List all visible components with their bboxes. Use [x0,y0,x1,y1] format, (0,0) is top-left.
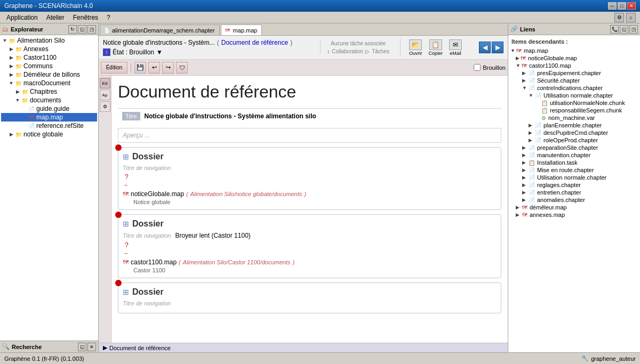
dossier-nav-value-2[interactable]: Broyeur lent (Castor 1100) [175,232,250,239]
rtree-item-contreIndications[interactable]: ▼ 📄 contreIndications.chapter [509,84,639,92]
menu-icon-settings[interactable]: ⚙ [614,13,624,22]
rtree-item-manutention[interactable]: ▶ 📄 manutention.chapter [509,151,639,159]
rtree-toggle-utilisationNormale[interactable]: ▼ [529,93,534,98]
tool-shield[interactable]: 🛡 [176,62,188,74]
tool-undo[interactable]: ↩ [148,62,160,74]
rtree-toggle-presEquipement[interactable]: ▶ [522,70,527,76]
rtree-toggle-installation[interactable]: ▶ [522,160,527,165]
rtree-toggle-preparationSite[interactable]: ▶ [522,145,527,150]
rtree-item-installation[interactable]: ▶ 📋 Installation.task [509,159,639,166]
restore-button[interactable]: □ [618,2,626,10]
taches-label[interactable]: Tâches [372,48,389,54]
rtree-toggle-anomalies[interactable]: ▶ [522,197,527,203]
rtree-toggle-demuleurMap[interactable]: ▶ [516,205,521,210]
menu-icon-home[interactable]: ⌂ [626,13,636,22]
toggle-castor1100[interactable]: ▶ [9,55,14,60]
liens-icon1[interactable]: 📞 [610,25,619,34]
rtree-item-utilisationNormale[interactable]: ▼ 📄 Utilisation normale.chapter [509,92,639,99]
toggle-annexes[interactable]: ▶ [9,46,14,52]
dossier-ref-name-2[interactable]: castor1100.map [131,258,177,266]
brouillon-checkbox[interactable] [474,64,481,71]
rtree-item-utilisationNormale2[interactable]: ▶ 📄 Utilisation normale.chapter [509,174,639,181]
title-value[interactable]: Notice globale d'instructions - Système … [145,112,316,120]
minimize-button[interactable]: ─ [608,2,617,10]
tree-item-chapitres[interactable]: ▶ 📁 Chapitres [1,87,97,96]
tree-item-documents[interactable]: ▼ 📁 documents [1,96,97,104]
tool-redo[interactable]: ↪ [162,62,174,74]
tree-item-demuleur[interactable]: ▶ 📁 Démêleur de billons [1,70,97,79]
explorer-icon2[interactable]: ◳ [87,25,96,34]
rtree-toggle-annexesMap[interactable]: ▶ [516,212,521,217]
menu-atelier[interactable]: Atelier [42,13,69,22]
tree-item-annexes[interactable]: ▶ 📁 Annexes [1,45,97,53]
toggle-documents[interactable]: ▼ [15,98,20,103]
rtree-toggle-securite[interactable]: ▶ [522,78,527,83]
rtree-toggle-castor1100Map[interactable]: ▼ [516,63,521,68]
menu-application[interactable]: Application [2,13,42,22]
search-icon2[interactable]: ✕ [87,343,96,351]
menu-help[interactable]: ? [102,13,115,22]
tab-map[interactable]: 🗺 map.map [221,25,262,35]
toggle-noticeGlobale[interactable]: ▶ [9,132,14,137]
rtree-toggle-miseEnRoute[interactable]: ▶ [522,167,527,173]
side-btn-edition[interactable]: Ed [100,78,110,88]
rtree-item-securite[interactable]: ▶ 📄 Sécurité.chapter [509,77,639,84]
rtree-item-descPupitreCmd[interactable]: ▶ 📄 descPupitreCmd.chapter [509,129,639,136]
rtree-item-presEquipement[interactable]: ▶ 📄 presEquipement.chapter [509,69,639,77]
explorer-icon1[interactable]: ◱ [78,25,86,34]
rtree-toggle-reglages[interactable]: ▶ [522,182,527,188]
rtree-toggle-descPupitreCmd[interactable]: ▶ [529,130,534,135]
dossier-ref-name-1[interactable]: noticeGlobale.map [131,190,184,198]
tree-item-noticeGlobale[interactable]: ▶ 📁 notice globale [1,130,97,139]
rtree-toggle-noticeGlobale[interactable]: ▶ [516,55,519,61]
liens-icon3[interactable]: ◳ [629,25,638,34]
rtree-toggle-roleOpeProd[interactable]: ▶ [529,137,534,143]
tab-chapter[interactable]: 📄 alimentationDemarrage_schem.chapter [100,25,220,35]
liens-icon2[interactable]: ◱ [620,25,628,34]
tree-item-guideGuide[interactable]: 📄 guide.guide [1,104,97,113]
toggle-alimentationSilo[interactable]: ▼ [2,38,7,43]
ouvrir-button[interactable]: 📂 Ouvrir [407,38,425,57]
nav-forward-button[interactable]: ▶ [492,42,503,53]
toggle-demuleur[interactable]: ▶ [9,72,14,77]
rtree-toggle-entretien[interactable]: ▶ [522,190,527,195]
rtree-item-anomalies[interactable]: ▶ 📄 anomalies.chapter [509,196,639,204]
nav-back-button[interactable]: ◀ [479,42,491,53]
side-btn-apercu[interactable]: Ap [100,90,110,100]
toggle-communs[interactable]: ▶ [9,63,14,69]
tool-edition[interactable]: Édition [101,62,127,74]
tool-save[interactable]: 💾 [134,62,146,74]
tree-item-castor1100[interactable]: ▶ 📁 Castor1100 [1,53,97,62]
rtree-toggle-planEnsemble[interactable]: ▶ [529,123,534,128]
side-btn-settings[interactable]: ⚙ [100,101,110,112]
rtree-item-entretien[interactable]: ▶ 📄 entretien.chapter [509,189,639,196]
rtree-item-planEnsemble[interactable]: ▶ 📄 planEnsemble.chapter [509,122,639,129]
rtree-toggle-manutention[interactable]: ▶ [522,152,527,158]
tree-item-mapMap[interactable]: 🗺 map.map [1,113,97,122]
copier-button[interactable]: 📋 Copier [426,38,445,57]
search-icon1[interactable]: ◱ [78,343,86,351]
rtree-item-utilisationNormaleNote[interactable]: 📋 utilsationNormaleNote.chunk [509,99,639,107]
rtree-item-reglages[interactable]: ▶ 📄 reglages.chapter [509,181,639,189]
rtree-item-castor1100Map[interactable]: ▼ 🗺 castor1100.map [509,62,639,69]
toggle-chapitres[interactable]: ▶ [15,89,20,94]
rtree-item-preparationSite[interactable]: ▶ 📄 preparationSite.chapter [509,144,639,151]
rtree-item-demuleurMap[interactable]: ▶ 🗺 démêleur.map [509,204,639,211]
rtree-item-noticeGlobaleMap[interactable]: ▶ 🗺 noticeGlobale.map [509,54,639,62]
email-button[interactable]: ✉ eMail [447,38,464,57]
rtree-toggle-mapMap[interactable]: ▼ [510,48,515,53]
rtree-item-annexesMap[interactable]: ▶ 🗺 annexes.map [509,211,639,219]
tree-item-macroDocument[interactable]: ▼ 📁 macroDocument [1,79,97,87]
toggle-macroDocument[interactable]: ▼ [9,80,14,86]
rtree-item-roleOpeProd[interactable]: ▶ 📄 roleOpeProd.chapter [509,136,639,144]
close-button[interactable]: ✕ [627,2,636,10]
tree-item-alimentationSilo[interactable]: ▼ 📁 Alimentation Silo [1,36,97,45]
rtree-toggle-contreIndications[interactable]: ▼ [522,85,527,91]
menu-fenetres[interactable]: Fenêtres [69,13,102,22]
rtree-toggle-utilisationNormale2[interactable]: ▶ [522,175,527,180]
dropdown-arrow[interactable]: ▼ [156,48,163,56]
rtree-item-nomMachine[interactable]: ⚙ nom_machine.var [509,114,639,122]
tree-item-reference[interactable]: 📄 reference.refSite [1,122,97,130]
collaboration-label[interactable]: Collaboration [332,48,363,54]
refresh-button[interactable]: ↻ [68,25,77,34]
